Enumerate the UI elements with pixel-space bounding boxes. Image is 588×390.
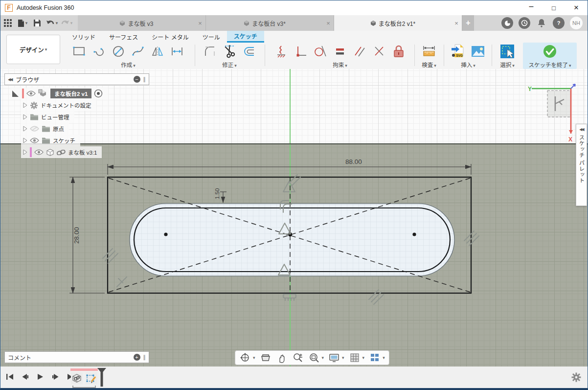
equal-constraint-button[interactable] <box>331 43 349 60</box>
timeline-step-back-button[interactable] <box>21 372 29 381</box>
maximize-button[interactable] <box>543 0 565 15</box>
tab-solid[interactable]: ソリッド <box>65 31 102 43</box>
visibility-eye-icon[interactable] <box>30 138 39 143</box>
root-document-label[interactable]: まな板台2 v1 <box>50 89 91 98</box>
timeline-playhead[interactable] <box>96 367 107 389</box>
help-icon[interactable]: ? <box>553 17 565 29</box>
minimize-button[interactable] <box>520 0 543 15</box>
offset-tool-button[interactable] <box>240 43 258 60</box>
save-button[interactable] <box>30 15 45 31</box>
undo-button[interactable] <box>45 15 59 31</box>
status-icon[interactable] <box>501 17 513 29</box>
expander-icon[interactable] <box>23 102 27 108</box>
rectangle-tool-button[interactable] <box>70 43 88 60</box>
expander-icon[interactable] <box>23 114 27 120</box>
visibility-eye-hidden-icon[interactable] <box>30 126 39 132</box>
browser-collapse-icon[interactable] <box>8 77 12 82</box>
viewports-button[interactable] <box>369 352 385 364</box>
browser-item-view-management[interactable]: ビュー管理 <box>21 111 74 123</box>
modify-group-label[interactable]: 修正 <box>222 61 237 69</box>
fit-button[interactable] <box>308 352 324 364</box>
stadium-outer-curve[interactable] <box>130 204 454 276</box>
browser-grip-icon[interactable] <box>143 76 146 83</box>
close-button[interactable] <box>565 0 588 15</box>
comment-bar[interactable]: コメント <box>4 351 149 363</box>
sketch-origin-triad[interactable]: Y X <box>525 81 579 144</box>
browser-item-origin[interactable]: 原点 <box>21 123 69 135</box>
tab-close-icon[interactable] <box>323 20 334 27</box>
add-comment-icon[interactable] <box>134 354 140 361</box>
tab-surface[interactable]: サーフェス <box>102 31 145 43</box>
document-tab-3-active[interactable]: まな板台2 v1* <box>334 15 462 31</box>
orbit-button[interactable] <box>239 352 255 364</box>
perpendicular-constraint-button[interactable] <box>292 43 310 60</box>
trim-tool-button[interactable] <box>221 43 238 60</box>
fix-constraint-button[interactable] <box>272 43 290 60</box>
look-at-button[interactable] <box>260 352 271 364</box>
timeline-play-button[interactable] <box>36 372 45 381</box>
dimension-width[interactable]: 88.00 <box>108 158 471 175</box>
expander-icon[interactable] <box>23 149 27 155</box>
dimension-offset[interactable]: 1.50 <box>214 188 226 203</box>
user-avatar[interactable]: NH <box>570 17 583 29</box>
job-status-icon[interactable] <box>519 17 530 29</box>
browser-minimize-icon[interactable] <box>134 76 140 83</box>
display-settings-button[interactable] <box>328 352 344 364</box>
browser-header[interactable]: ブラウザ <box>4 73 149 85</box>
app-grid-button[interactable] <box>0 15 15 31</box>
tab-sketch[interactable]: スケッチ <box>227 31 264 43</box>
zoom-button[interactable] <box>292 352 304 364</box>
visibility-eye-icon[interactable] <box>34 149 44 155</box>
inspect-group-label[interactable]: 検査 <box>422 61 436 69</box>
grid-snap-button[interactable] <box>349 352 365 364</box>
mirror-tool-button[interactable] <box>149 43 166 60</box>
timeline-go-to-start-button[interactable] <box>5 372 14 381</box>
tab-sheetmetal[interactable]: シート メタル <box>145 31 195 43</box>
constraints-group-label[interactable]: 拘束 <box>333 61 347 69</box>
viewport-canvas[interactable]: 88.00 28.00 1.50 <box>0 69 588 367</box>
sketch-palette-collapsed[interactable]: スケッチ パレット <box>576 124 587 206</box>
sketch-plane-indicator[interactable] <box>547 91 571 117</box>
tangent-constraint-button[interactable] <box>312 43 329 60</box>
tab-tools[interactable]: ツール <box>196 31 227 43</box>
timeline-linked-component-item[interactable] <box>71 372 83 384</box>
new-tab-button[interactable] <box>462 15 474 31</box>
expander-icon[interactable] <box>23 126 27 132</box>
timeline-step-forward-button[interactable] <box>51 372 60 381</box>
arc-tool-button[interactable] <box>90 43 108 60</box>
workspace-selector[interactable]: デザイン <box>6 35 60 64</box>
finish-sketch-button[interactable] <box>541 43 559 60</box>
dimension-tool-button[interactable] <box>168 43 186 60</box>
create-group-label[interactable]: 作成 <box>121 61 136 69</box>
insert-svg-button[interactable]: SVG <box>450 43 467 60</box>
redo-button[interactable] <box>59 15 74 31</box>
parallel-constraint-button[interactable] <box>351 43 368 60</box>
document-tab-2[interactable]: まな板台 v3* <box>206 15 334 31</box>
notifications-icon[interactable] <box>536 17 547 29</box>
browser-item-linked-component[interactable]: まな板 v3:1 <box>21 146 102 158</box>
comment-grip-icon[interactable] <box>143 354 146 361</box>
palette-expand-icon[interactable] <box>579 127 583 132</box>
spline-tool-button[interactable] <box>129 43 147 60</box>
browser-root-row[interactable]: まな板台2 v1 <box>10 88 108 99</box>
pan-button[interactable] <box>276 352 288 364</box>
circle-tool-button[interactable] <box>110 43 127 60</box>
insert-image-button[interactable] <box>469 43 487 60</box>
tab-close-icon[interactable] <box>451 20 462 27</box>
dimension-height[interactable]: 28.00 <box>69 177 105 293</box>
measure-tool-button[interactable] <box>420 43 438 60</box>
activate-radio-icon[interactable] <box>94 89 103 98</box>
browser-item-doc-settings[interactable]: ドキュメントの設定 <box>21 99 96 111</box>
browser-item-sketches[interactable]: スケッチ <box>21 135 80 146</box>
lock-constraint-button[interactable] <box>390 43 407 60</box>
document-tab-1[interactable]: まな板 v3 <box>78 15 206 31</box>
expander-icon[interactable] <box>23 138 27 143</box>
left-arc-center-point[interactable] <box>164 232 167 236</box>
expand-triangle-icon[interactable] <box>12 91 19 97</box>
fillet-tool-button[interactable] <box>201 43 219 60</box>
select-group-label[interactable]: 選択 <box>500 61 515 69</box>
right-arc-center-point[interactable] <box>412 232 416 236</box>
finish-sketch-label[interactable]: スケッチを終了 <box>528 61 571 69</box>
select-tool-button[interactable] <box>498 43 516 60</box>
coincident-constraint-button[interactable] <box>370 43 388 60</box>
